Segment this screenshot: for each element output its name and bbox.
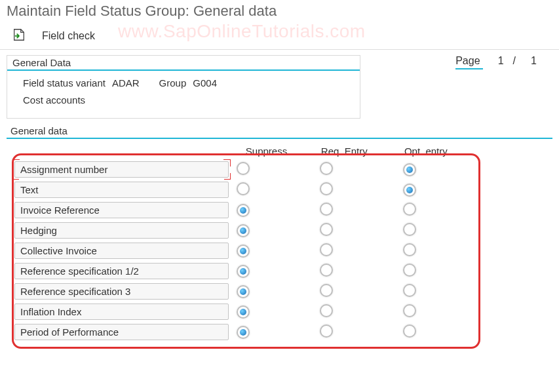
field-label: Collective Invoice — [14, 243, 229, 259]
radio-suppress[interactable] — [237, 204, 250, 217]
radio-suppress[interactable] — [237, 265, 250, 278]
page-sep: / — [513, 55, 516, 67]
radio-req[interactable] — [320, 284, 333, 297]
radio-opt[interactable] — [403, 324, 416, 338]
field-status-table: Suppress Req. Entry Opt. entry Assignmen… — [10, 143, 482, 342]
variant-value: ADAR — [112, 75, 140, 92]
radio-suppress[interactable] — [237, 245, 250, 258]
radio-opt[interactable] — [403, 264, 416, 277]
radio-req[interactable] — [320, 162, 333, 175]
table-row: Inflation Index — [10, 302, 482, 322]
radio-req[interactable] — [320, 243, 333, 256]
radio-req[interactable] — [320, 304, 333, 317]
radio-suppress[interactable] — [237, 326, 250, 339]
radio-opt[interactable] — [403, 203, 416, 216]
table-row: Collective Invoice — [10, 241, 482, 261]
field-label: Invoice Reference — [14, 202, 229, 218]
radio-suppress[interactable] — [237, 224, 250, 237]
grid-header: General data — [7, 124, 552, 139]
table-row: Reference specification 3 — [10, 281, 482, 302]
field-label: Text — [14, 182, 229, 198]
field-label: Assignment number — [14, 161, 229, 178]
group-description: Cost accounts — [23, 92, 351, 109]
radio-req[interactable] — [320, 182, 333, 195]
toolbar: Field check www.SapOnlineTutorials.com — [0, 25, 559, 50]
radio-req[interactable] — [320, 203, 333, 216]
field-label: Reference specification 3 — [14, 283, 229, 300]
execute-icon[interactable] — [12, 28, 26, 44]
radio-req[interactable] — [320, 223, 333, 236]
col-opt-entry: Opt. entry — [399, 143, 482, 159]
field-check-button[interactable]: Field check — [42, 30, 95, 42]
table-row: Period of Performance — [10, 322, 482, 342]
group-label: Group — [159, 75, 187, 92]
table-row: Reference specification 1/2 — [10, 261, 482, 281]
col-suppress: Suppress — [233, 143, 316, 159]
radio-suppress[interactable] — [237, 162, 250, 175]
page-current: 1 — [492, 55, 504, 67]
table-row: Hedging — [10, 220, 482, 241]
radio-opt[interactable] — [403, 184, 416, 197]
table-row: Assignment number — [10, 159, 482, 180]
radio-req[interactable] — [320, 324, 333, 338]
radio-opt[interactable] — [403, 163, 416, 176]
radio-opt[interactable] — [403, 304, 416, 317]
page-indicator: Page 1 / 1 — [455, 55, 537, 69]
radio-opt[interactable] — [403, 284, 416, 297]
col-req-entry: Req. Entry — [316, 143, 399, 159]
radio-suppress[interactable] — [237, 305, 250, 319]
radio-opt[interactable] — [403, 243, 416, 256]
radio-opt[interactable] — [403, 223, 416, 236]
page-label: Page — [455, 55, 482, 69]
field-label: Hedging — [14, 222, 229, 239]
radio-suppress[interactable] — [237, 182, 250, 195]
panel-header: General Data — [7, 56, 360, 71]
radio-req[interactable] — [320, 264, 333, 277]
group-value: G004 — [193, 75, 217, 92]
page-title: Maintain Field Status Group: General dat… — [0, 0, 559, 25]
field-label: Period of Performance — [14, 324, 229, 340]
radio-suppress[interactable] — [237, 285, 250, 298]
field-label: Inflation Index — [14, 304, 229, 320]
variant-label: Field status variant — [23, 75, 106, 92]
table-row: Invoice Reference — [10, 200, 482, 220]
table-row: Text — [10, 180, 482, 200]
general-data-panel: General Data Field status variant ADAR G… — [7, 55, 360, 119]
page-total: 1 — [525, 55, 537, 67]
general-data-grid-section: General data Suppress Req. Entry Opt. en… — [7, 124, 552, 355]
field-label: Reference specification 1/2 — [14, 263, 229, 279]
